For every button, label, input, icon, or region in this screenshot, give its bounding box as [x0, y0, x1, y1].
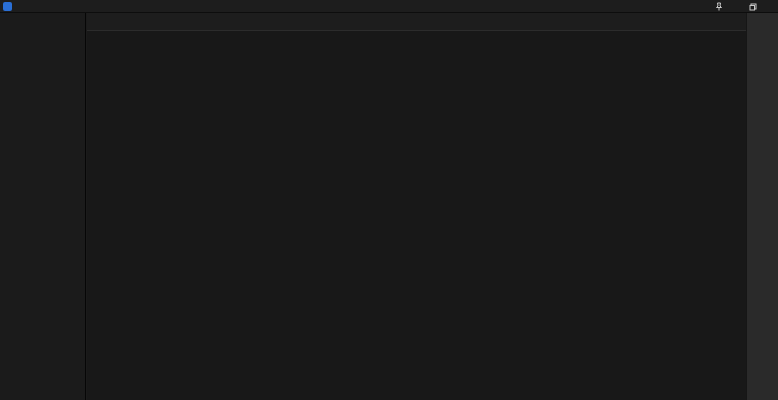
app-logo-icon: [3, 2, 12, 11]
channel-sidebar: [0, 13, 86, 400]
waveform-canvas[interactable]: [87, 31, 746, 400]
window-controls: [693, 0, 778, 13]
waveform-region: [87, 13, 746, 400]
help-button[interactable]: [693, 0, 710, 13]
app-window: [0, 0, 778, 400]
time-ruler[interactable]: [87, 13, 746, 31]
pin-button[interactable]: [710, 0, 727, 13]
menubar: [0, 0, 778, 13]
close-button[interactable]: [761, 0, 778, 13]
right-toolbar: [746, 13, 778, 400]
maximize-button[interactable]: [744, 0, 761, 13]
minimize-button[interactable]: [727, 0, 744, 13]
